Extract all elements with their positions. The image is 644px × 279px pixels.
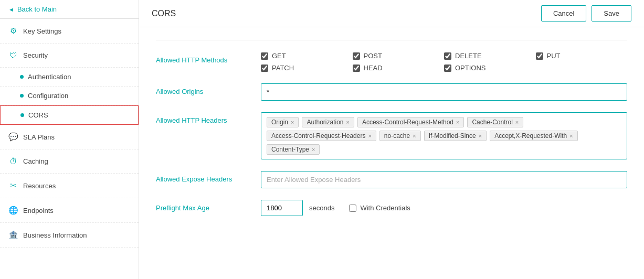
tag-accept-x-requested-with-label: Accept,X-Requested-With: [494, 132, 567, 140]
divider: [156, 40, 627, 40]
dot-icon: [20, 75, 24, 79]
tag-cache-control-remove[interactable]: ×: [515, 119, 519, 125]
gear-icon: ⚙: [8, 26, 18, 36]
sidebar-item-sla-plans[interactable]: 💬 SLA Plans: [0, 125, 139, 149]
method-get-label: GET: [272, 52, 286, 60]
tag-access-control-request-method-remove[interactable]: ×: [456, 119, 459, 125]
globe-icon: 🌐: [8, 206, 18, 215]
allowed-http-headers-label: Allowed HTTP Headers: [156, 112, 261, 124]
method-post: POST: [353, 52, 445, 60]
save-button[interactable]: Save: [592, 5, 631, 22]
tag-origin-remove[interactable]: ×: [291, 119, 294, 125]
scissors-icon: ✂: [8, 181, 18, 190]
preflight-row: seconds With Credentials: [261, 200, 627, 216]
http-methods-grid: GET POST DELETE PUT: [261, 52, 627, 72]
tag-access-control-request-method: Access-Control-Request-Method ×: [357, 117, 464, 127]
sidebar-item-endpoints[interactable]: 🌐 Endpoints: [0, 198, 139, 223]
method-put-label: PUT: [547, 52, 561, 60]
tag-accept-x-requested-with: Accept,X-Requested-With ×: [490, 131, 578, 141]
sidebar-item-label: Business Information: [23, 231, 87, 239]
tag-authorization: Authorization ×: [302, 117, 354, 127]
method-put-checkbox[interactable]: [536, 52, 543, 60]
method-put: PUT: [536, 52, 628, 60]
allowed-expose-headers-row: Allowed Expose Headers: [156, 171, 627, 188]
allowed-http-headers-row: Allowed HTTP Headers Origin × Authorizat…: [156, 112, 627, 159]
tag-authorization-remove[interactable]: ×: [346, 119, 350, 125]
sidebar-item-caching[interactable]: ⏱ Caching: [0, 149, 139, 174]
allowed-origins-label: Allowed Origins: [156, 83, 261, 95]
method-get-checkbox[interactable]: [261, 52, 268, 60]
allowed-http-methods-row: Allowed HTTP Methods GET POST DELETE: [156, 52, 627, 72]
back-to-main[interactable]: ◄ Back to Main: [0, 0, 139, 19]
allowed-origins-control: [261, 83, 627, 101]
clock-icon: ⏱: [8, 157, 18, 166]
method-patch-checkbox[interactable]: [261, 65, 268, 72]
tag-accept-x-requested-with-remove[interactable]: ×: [569, 133, 573, 139]
tag-content-type: Content-Type ×: [267, 144, 320, 155]
sidebar-sub-label: Authentication: [28, 73, 71, 81]
bank-icon: 🏦: [8, 230, 18, 240]
allowed-origins-input[interactable]: [261, 83, 627, 101]
http-headers-tags-field[interactable]: Origin × Authorization × Access-Control-…: [261, 112, 627, 159]
sidebar-item-security[interactable]: 🛡 Security: [0, 44, 139, 68]
shield-icon: 🛡: [8, 51, 18, 60]
dot-icon: [20, 94, 24, 98]
tag-access-control-request-headers: Access-Control-Request-Headers ×: [267, 131, 376, 141]
cancel-button[interactable]: Cancel: [541, 5, 586, 22]
allowed-expose-headers-label: Allowed Expose Headers: [156, 171, 261, 183]
form-area: Allowed HTTP Methods GET POST DELETE: [139, 27, 644, 279]
tag-content-type-remove[interactable]: ×: [312, 146, 315, 153]
with-credentials-container: With Credentials: [349, 204, 410, 212]
main-content: CORS Cancel Save Allowed HTTP Methods GE…: [139, 0, 644, 279]
tag-access-control-request-headers-remove[interactable]: ×: [368, 133, 371, 139]
allowed-expose-headers-control: [261, 171, 627, 188]
back-arrow-icon: ◄: [8, 6, 14, 13]
preflight-seconds-label: seconds: [309, 204, 334, 212]
tag-cache-control: Cache-Control ×: [467, 117, 523, 127]
chat-icon: 💬: [8, 132, 18, 142]
method-head-checkbox[interactable]: [353, 65, 360, 72]
allowed-expose-headers-input[interactable]: [261, 171, 627, 188]
sidebar-sub-label: Configuration: [28, 92, 68, 100]
method-delete-label: DELETE: [455, 52, 482, 60]
tag-no-cache-remove[interactable]: ×: [413, 133, 416, 139]
sidebar-item-resources[interactable]: ✂ Resources: [0, 174, 139, 198]
back-label: Back to Main: [17, 5, 57, 13]
page-header: CORS Cancel Save: [139, 0, 644, 27]
sidebar-item-label: Resources: [23, 182, 56, 190]
sidebar-item-label: SLA Plans: [23, 133, 55, 141]
method-patch-label: PATCH: [272, 64, 294, 72]
with-credentials-checkbox[interactable]: [349, 205, 356, 212]
sidebar-sub-configuration[interactable]: Configuration: [0, 87, 139, 105]
sidebar-item-label: Security: [23, 51, 48, 59]
tag-if-modified-since-label: If-Modified-Since: [429, 132, 476, 140]
tag-authorization-label: Authorization: [307, 119, 343, 126]
sidebar-item-key-settings[interactable]: ⚙ Key Settings: [0, 19, 139, 44]
header-buttons: Cancel Save: [541, 5, 631, 22]
sidebar-sub-cors[interactable]: CORS: [0, 105, 139, 125]
sidebar-item-label: Endpoints: [23, 207, 54, 214]
tag-if-modified-since-remove[interactable]: ×: [479, 133, 482, 139]
preflight-max-age-label: Preflight Max Age: [156, 200, 261, 212]
sidebar-sub-authentication[interactable]: Authentication: [0, 68, 139, 87]
sidebar-item-business-information[interactable]: 🏦 Business Information: [0, 223, 139, 248]
tag-if-modified-since: If-Modified-Since ×: [424, 131, 487, 141]
preflight-max-age-input[interactable]: [261, 200, 303, 216]
allowed-http-methods-control: GET POST DELETE PUT: [261, 52, 627, 72]
method-delete-checkbox[interactable]: [444, 52, 451, 60]
tag-content-type-label: Content-Type: [271, 146, 309, 153]
method-head-label: HEAD: [364, 64, 383, 72]
method-options-checkbox[interactable]: [444, 65, 451, 72]
allowed-origins-row: Allowed Origins: [156, 83, 627, 101]
method-get: GET: [261, 52, 353, 60]
tag-access-control-request-method-label: Access-Control-Request-Method: [362, 119, 453, 126]
tag-origin: Origin ×: [267, 117, 299, 127]
sidebar-sub-label: CORS: [28, 111, 48, 119]
method-post-checkbox[interactable]: [353, 52, 360, 60]
allowed-http-methods-label: Allowed HTTP Methods: [156, 52, 261, 64]
method-options: OPTIONS: [444, 64, 536, 72]
preflight-max-age-control: seconds With Credentials: [261, 200, 627, 216]
method-options-label: OPTIONS: [455, 64, 486, 72]
method-head: HEAD: [353, 64, 445, 72]
sidebar-item-label: Caching: [23, 157, 48, 165]
